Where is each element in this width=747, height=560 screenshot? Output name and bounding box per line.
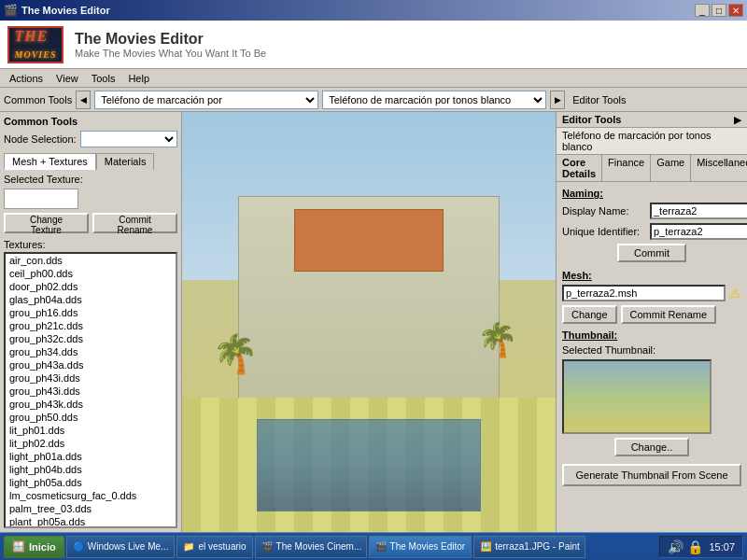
- texture-list-item[interactable]: door_ph02.dds: [6, 280, 176, 293]
- tab-miscellaneous[interactable]: Miscellaneous: [691, 155, 747, 181]
- texture-list-item[interactable]: lit_ph01.dds: [6, 424, 176, 437]
- texture-list[interactable]: air_con.ddsceil_ph00.ddsdoor_ph02.ddsgla…: [4, 252, 177, 528]
- texture-list-item[interactable]: grou_ph21c.dds: [6, 319, 176, 332]
- selected-thumbnail-label: Selected Thumbnail:: [562, 344, 741, 356]
- taskbar-label-4: terraza1.JPG - Paint: [495, 541, 580, 552]
- change-thumbnail-button[interactable]: Change..: [614, 438, 690, 456]
- tab-finance[interactable]: Finance: [602, 155, 651, 181]
- app-icon: 🎬: [4, 4, 18, 17]
- texture-list-item[interactable]: grou_ph50.dds: [6, 411, 176, 424]
- texture-list-item[interactable]: ceil_ph00.dds: [6, 267, 176, 280]
- tab-core-details[interactable]: Core Details: [557, 155, 602, 181]
- tab-game[interactable]: Game: [651, 155, 691, 181]
- taskbar-icon-0: 🔵: [73, 541, 84, 552]
- change-mesh-button[interactable]: Change: [562, 305, 617, 324]
- roof: [294, 209, 444, 273]
- common-tools-title: Common Tools: [4, 116, 177, 127]
- node-selection-label: Node Selection:: [4, 133, 77, 145]
- mesh-file-input[interactable]: [562, 285, 726, 301]
- commit-rename-mesh-button[interactable]: Commit Rename: [621, 305, 717, 324]
- texture-list-item[interactable]: grou_ph43a.dds: [6, 358, 176, 371]
- node-dropdown-2[interactable]: Teléfono de marcación por tonos blanco: [322, 91, 546, 109]
- close-button[interactable]: ✕: [728, 4, 743, 17]
- change-texture-button[interactable]: ChangeTexture: [4, 213, 89, 233]
- texture-list-item[interactable]: grou_ph16.dds: [6, 306, 176, 319]
- texture-preview: [4, 189, 78, 209]
- toolbar-arrow-right[interactable]: ▶: [550, 91, 565, 109]
- texture-list-item[interactable]: lit_ph02.dds: [6, 437, 176, 450]
- main-content: Common Tools Node Selection: Mesh + Text…: [0, 112, 747, 532]
- mesh-btn-row: Change Commit Rename: [562, 305, 741, 324]
- menu-help[interactable]: Help: [122, 72, 155, 85]
- viewport-3d: 🌴 🌴: [182, 112, 556, 532]
- commit-button[interactable]: Commit: [617, 244, 686, 262]
- texture-list-item[interactable]: grou_ph43i.dds: [6, 385, 176, 398]
- taskbar-item-4[interactable]: 🖼️ terraza1.JPG - Paint: [473, 536, 585, 558]
- maximize-button[interactable]: □: [712, 4, 726, 17]
- left-panel: Common Tools Node Selection: Mesh + Text…: [0, 112, 182, 532]
- texture-list-item[interactable]: grou_ph43k.dds: [6, 398, 176, 411]
- texture-btn-row: ChangeTexture CommitRename: [4, 213, 177, 233]
- node-dropdown-1[interactable]: Teléfono de marcación por: [94, 91, 318, 109]
- unique-id-label: Unique Identifier:: [562, 226, 646, 237]
- mesh-section-header: Mesh:: [562, 270, 741, 281]
- node-selection-dropdown[interactable]: [80, 131, 177, 147]
- menu-tools[interactable]: Tools: [86, 72, 121, 85]
- texture-list-item[interactable]: palm_tree_03.dds: [6, 502, 176, 515]
- commit-rename-button[interactable]: CommitRename: [92, 213, 177, 233]
- taskbar-item-2[interactable]: 🎬 The Movies Cinem...: [255, 536, 367, 558]
- selected-texture-label: Selected Texture:: [4, 174, 177, 185]
- texture-list-item[interactable]: grou_ph32c.dds: [6, 332, 176, 345]
- palm-tree-right: 🌴: [477, 323, 518, 356]
- texture-list-item[interactable]: grou_ph43i.dds: [6, 371, 176, 385]
- display-name-row: Display Name:: [562, 203, 741, 219]
- taskbar-item-1[interactable]: 📁 el vestuario: [176, 536, 252, 558]
- system-time: 15:07: [709, 541, 735, 553]
- tray-icons: 🔊 🔒: [668, 539, 703, 554]
- tray-icon-network: 🔒: [687, 539, 703, 554]
- mesh-file-row: ⚠: [562, 285, 741, 301]
- texture-list-item[interactable]: lm_cosmeticsurg_fac_0.dds: [6, 489, 176, 502]
- minimize-button[interactable]: _: [695, 4, 710, 17]
- app-subtitle: Make The Movies What You Want It To Be: [75, 48, 266, 59]
- glass-facade: [257, 419, 481, 511]
- toolbar-arrow-left[interactable]: ◀: [76, 91, 91, 109]
- unique-id-row: Unique Identifier: ⚠: [562, 223, 741, 240]
- taskbar-icon-3: 🎬: [375, 541, 387, 552]
- display-name-label: Display Name:: [562, 205, 646, 217]
- editor-tools-collapse[interactable]: ▶: [734, 115, 741, 125]
- texture-list-item[interactable]: light_ph04b.dds: [6, 463, 176, 476]
- menu-view[interactable]: View: [50, 72, 84, 85]
- node-selection-row: Node Selection:: [4, 131, 177, 147]
- taskbar-item-0[interactable]: 🔵 Windows Live Me...: [66, 536, 176, 558]
- app-title-block: The Movies Editor Make The Movies What Y…: [75, 31, 266, 59]
- tab-mesh-textures[interactable]: Mesh + Textures: [4, 153, 96, 170]
- right-tabs: Core Details Finance Game Miscellaneous: [557, 155, 747, 182]
- display-name-input[interactable]: [650, 203, 747, 219]
- app-title: The Movies Editor: [75, 31, 266, 48]
- tab-materials[interactable]: Materials: [96, 153, 155, 170]
- start-button[interactable]: 🪟 Inicio: [4, 536, 64, 558]
- texture-list-item[interactable]: glas_ph04a.dds: [6, 293, 176, 306]
- taskbar-right: 🔊 🔒 15:07: [659, 536, 743, 558]
- taskbar: 🪟 Inicio 🔵 Windows Live Me... 📁 el vestu…: [0, 532, 747, 560]
- thumbnail-section-header: Thumbnail:: [562, 329, 741, 341]
- unique-id-input[interactable]: [650, 223, 747, 240]
- editor-tools-label: Editor Tools: [572, 94, 626, 105]
- menu-actions[interactable]: Actions: [4, 72, 49, 85]
- texture-list-item[interactable]: air_con.dds: [6, 254, 176, 267]
- texture-list-item[interactable]: plant_ph05a.dds: [6, 515, 176, 528]
- title-bar: 🎬 The Movies Editor _ □ ✕: [0, 0, 747, 21]
- title-bar-left: 🎬 The Movies Editor: [4, 4, 110, 17]
- tray-icon-sound: 🔊: [668, 539, 684, 554]
- generate-thumbnail-button[interactable]: Generate Thumbnail From Scene: [562, 464, 741, 486]
- texture-list-item[interactable]: grou_ph34.dds: [6, 345, 176, 358]
- taskbar-icon-2: 🎬: [261, 541, 273, 552]
- naming-section-header: Naming:: [562, 188, 741, 199]
- window-title: The Movies Editor: [21, 5, 110, 16]
- thumbnail-section: Thumbnail: Selected Thumbnail: Change.. …: [562, 329, 741, 486]
- texture-list-item[interactable]: light_ph05a.dds: [6, 476, 176, 489]
- thumbnail-scene: [564, 361, 710, 432]
- taskbar-item-3[interactable]: 🎬 The Movies Editor: [369, 536, 472, 558]
- texture-list-item[interactable]: light_ph01a.dds: [6, 450, 176, 463]
